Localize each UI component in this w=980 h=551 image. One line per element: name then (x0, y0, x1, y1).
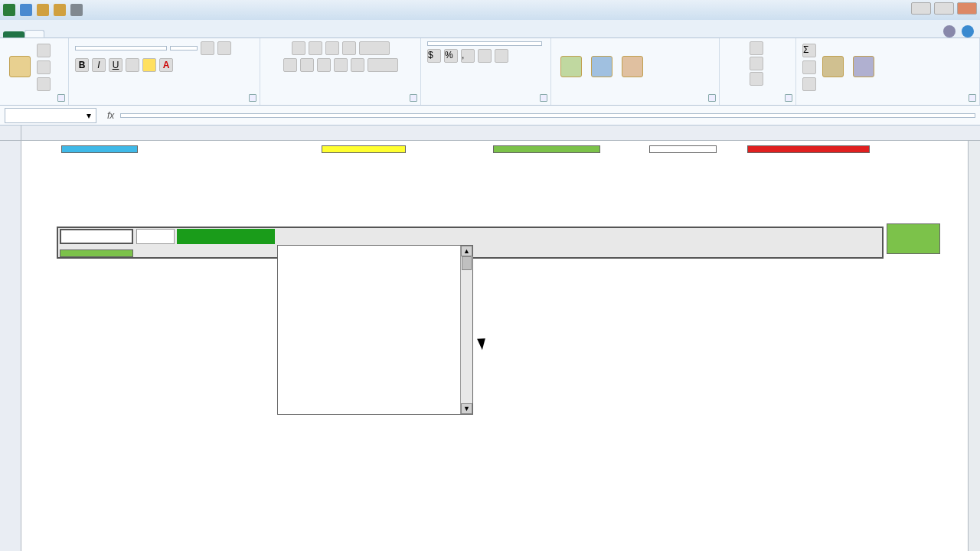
font-size-select[interactable] (170, 46, 198, 51)
format-icon (750, 72, 763, 86)
delete-cells-button[interactable] (750, 57, 766, 70)
worksheet: ▲ ▼ (0, 126, 980, 551)
fx-icon[interactable]: fx (101, 110, 120, 121)
underline-button[interactable]: U (109, 58, 122, 72)
undo-icon[interactable] (37, 4, 49, 16)
tab-view[interactable] (136, 31, 155, 37)
dec-decimal-icon[interactable] (495, 49, 508, 63)
wrap-text-button[interactable] (359, 41, 390, 55)
scroll-up-icon[interactable]: ▲ (461, 246, 472, 256)
tab-acrobat[interactable] (173, 31, 191, 37)
scroll-thumb[interactable] (462, 256, 472, 270)
sort-by-date-button[interactable] (61, 145, 138, 153)
add-to-list-button[interactable] (887, 223, 940, 254)
maximize-button[interactable] (934, 2, 954, 15)
duplicate-button[interactable] (649, 145, 717, 153)
clear-icon[interactable] (802, 77, 816, 91)
input-status (177, 229, 275, 244)
inc-decimal-icon[interactable] (478, 49, 492, 63)
align-bottom-icon[interactable] (325, 41, 339, 55)
ribbon-tabs (0, 20, 980, 38)
grow-font-icon[interactable] (201, 41, 214, 55)
vertical-scrollbar[interactable] (968, 141, 980, 551)
delete-icon (750, 57, 763, 70)
redo-icon[interactable] (54, 4, 66, 16)
merge-center-button[interactable] (368, 58, 398, 72)
tab-formulas[interactable] (81, 31, 100, 37)
column-headers[interactable] (21, 126, 980, 141)
dropdown-scrollbar[interactable]: ▲ ▼ (460, 246, 472, 414)
sort-by-file-button[interactable] (322, 145, 406, 153)
fill-color-button[interactable] (142, 58, 156, 72)
tab-page-layout[interactable] (63, 31, 81, 37)
cell-styles-button[interactable] (619, 54, 646, 80)
ribbon: B I U A (0, 38, 980, 106)
find-icon (853, 56, 874, 77)
insert-cells-button[interactable] (750, 41, 766, 55)
scroll-down-icon[interactable]: ▼ (461, 403, 472, 414)
conditional-formatting-button[interactable] (557, 54, 585, 80)
find-select-button[interactable] (850, 54, 877, 80)
format-cells-button[interactable] (750, 72, 766, 86)
align-middle-icon[interactable] (309, 41, 322, 55)
shrink-font-icon[interactable] (217, 41, 231, 55)
group-editing (802, 93, 973, 103)
tab-developer[interactable] (155, 31, 173, 37)
tab-insert[interactable] (44, 31, 63, 37)
indent-inc-icon[interactable] (351, 58, 364, 72)
tab-data[interactable] (100, 31, 118, 37)
paste-button[interactable] (6, 54, 34, 80)
align-right-icon[interactable] (317, 58, 331, 72)
orientation-icon[interactable] (342, 41, 356, 55)
percent-icon[interactable]: % (444, 49, 458, 63)
move-to-completed-button[interactable] (747, 145, 870, 153)
formula-input[interactable] (120, 113, 975, 118)
font-name-select[interactable] (75, 46, 167, 51)
align-left-icon[interactable] (283, 58, 297, 72)
help-icon[interactable] (962, 25, 974, 37)
tab-review[interactable] (118, 31, 136, 37)
number-format-select[interactable] (427, 41, 542, 46)
currency-icon[interactable]: $ (427, 49, 441, 63)
format-as-table-button[interactable] (588, 54, 616, 80)
group-alignment (266, 93, 414, 103)
select-all-corner[interactable] (0, 126, 21, 141)
insert-icon (750, 41, 763, 55)
align-center-icon[interactable] (300, 58, 314, 72)
cut-icon[interactable] (37, 44, 51, 57)
close-button[interactable] (957, 2, 977, 15)
minimize-button[interactable] (911, 2, 931, 15)
tab-home[interactable] (24, 30, 44, 37)
move-up-down-button[interactable] (493, 145, 600, 153)
excel-icon (3, 4, 15, 16)
minimize-ribbon-icon[interactable] (943, 25, 956, 37)
fill-icon[interactable] (802, 60, 816, 74)
styles-icon (622, 56, 643, 77)
tab-file[interactable] (3, 31, 24, 37)
row-headers[interactable] (0, 141, 21, 551)
add-date-button[interactable] (60, 249, 133, 257)
input-date[interactable] (60, 229, 133, 244)
format-painter-icon[interactable] (37, 77, 51, 91)
font-color-button[interactable]: A (159, 58, 173, 72)
bold-button[interactable]: B (75, 58, 89, 72)
group-styles (557, 93, 713, 103)
copy-icon[interactable] (37, 60, 51, 74)
save-icon[interactable] (20, 4, 32, 16)
qat-more-icon[interactable] (70, 4, 83, 16)
align-top-icon[interactable] (292, 41, 305, 55)
window-controls (911, 2, 977, 15)
input-day (136, 229, 175, 244)
name-box[interactable]: ▾ (5, 108, 96, 123)
sort-filter-button[interactable] (819, 54, 847, 80)
autosum-icon[interactable]: Σ (802, 44, 816, 57)
group-number (427, 93, 544, 103)
comma-icon[interactable]: , (461, 49, 475, 63)
borders-button[interactable] (126, 58, 139, 72)
table-icon (591, 56, 612, 77)
file-dropdown[interactable]: ▲ ▼ (277, 245, 473, 415)
indent-dec-icon[interactable] (334, 58, 348, 72)
cond-format-icon (560, 56, 582, 77)
title-bar (0, 0, 980, 20)
italic-button[interactable]: I (92, 58, 106, 72)
